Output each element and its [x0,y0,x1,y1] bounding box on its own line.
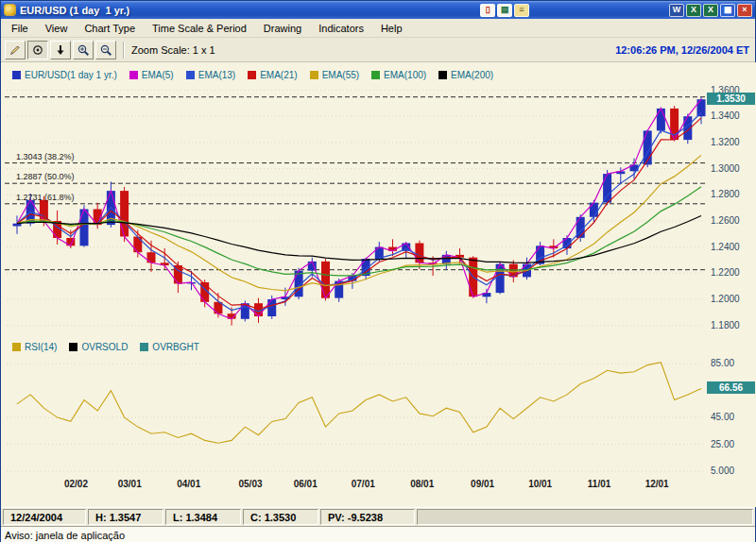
menu-item-indicators[interactable]: Indicators [310,20,372,37]
toolbar-separator [123,42,125,59]
warning-text: Aviso: janela de aplicação [5,530,125,541]
x-axis-tick: 10/01 [520,479,561,489]
titlebar[interactable]: EUR/USD (1 day 1 yr.) ▯▤≡ WXX▦× [1,1,755,19]
x-axis-tick: 03/01 [109,479,150,489]
chart-window-icon[interactable]: ▦ [720,4,735,17]
price-axis-tick: 1.2600 [711,215,740,226]
word-export-icon[interactable]: W [669,4,684,17]
x-axis-tick: 07/01 [342,479,384,489]
legend-swatch [310,71,318,79]
legend-label: EMA(13) [198,70,235,80]
price-legend-item-ema-55: EMA(55) [310,70,359,80]
zoom-out-button[interactable] [95,41,116,59]
rsi-axis-tick: 85.00 [711,358,734,368]
ema-21-line [17,118,701,310]
excel-export-2-icon[interactable]: X [703,4,718,17]
rsi-line [17,363,701,444]
price-legend-item-ema-200: EMA(200) [438,70,493,80]
arrow-tool-button[interactable] [50,41,71,59]
candle-body [496,264,505,294]
titlebar-chart-icons: ▯▤≡ [480,4,529,17]
menu-item-drawing[interactable]: Drawing [255,20,310,37]
down-arrow-icon [54,43,67,57]
app-icon [4,4,16,16]
rsi-legend-item-rsi-14: RSI(14) [12,342,57,352]
menu-item-view[interactable]: View [37,20,77,37]
price-axis-tick: 1.2400 [711,242,740,252]
x-axis-tick: 09/01 [462,479,504,489]
menu-item-help[interactable]: Help [372,20,411,37]
zoom-out-icon [99,43,112,57]
x-axis-tick: 11/01 [578,479,620,489]
candle-body [697,99,706,116]
price-legend: EUR/USD(1 day 1 yr.)EMA(5)EMA(13)EMA(21)… [12,70,493,80]
legend-swatch [12,71,21,79]
legend-swatch [371,71,380,79]
candle-body [120,191,129,236]
draw-line-tool-button[interactable] [5,41,26,59]
zoom-scale-label: Zoom Scale: 1 x 1 [131,44,215,56]
status-low: L: 1.3484 [165,509,241,525]
horizontal-scrollbar[interactable] [417,509,753,525]
price-axis-tick: 1.1800 [711,320,740,330]
rsi-axis-tick: 45.00 [711,412,734,422]
candle-body [415,244,423,263]
price-and-rsi-plot [1,62,756,507]
price-axis-tick: 1.3400 [711,110,740,121]
status-date: 12/24/2004 [3,509,86,525]
pencil-icon [9,43,22,57]
legend-swatch [69,343,77,351]
menubar: FileViewChart TypeTime Scale & PeriodDra… [1,19,755,38]
x-axis-tick: 12/01 [636,479,678,489]
legend-label: EMA(200) [451,70,493,80]
price-axis-tick: 1.2800 [711,189,740,199]
x-axis-tick: 02/02 [55,479,96,489]
fib-level-label: 1.2731 (61.8%) [16,193,75,202]
excel-export-icon[interactable]: X [686,4,701,17]
price-legend-item-ema-21: EMA(21) [248,70,297,80]
price-axis-tick: 1.2200 [711,267,740,278]
ema-100-line [17,187,701,276]
menu-item-time-scale-period[interactable]: Time Scale & Period [144,20,255,37]
legend-label: EUR/USD(1 day 1 yr.) [25,70,117,80]
price-legend-item-ema-100: EMA(100) [371,70,426,80]
candle-body [13,224,22,227]
candlestick-chart-icon[interactable]: ▯ [480,4,495,17]
close-button[interactable]: × [737,4,752,17]
toolbar: Zoom Scale: 1 x 1 12:06:26 PM, 12/26/200… [1,38,755,62]
legend-label: OVRSOLD [81,342,128,352]
status-pivot: PV: -9.5238 [320,509,415,525]
price-axis-tick: 1.3200 [711,137,740,147]
current-rsi-box: 66.56 [707,381,755,394]
window-title: EUR/USD (1 day 1 yr.) [20,5,129,16]
legend-label: EMA(5) [142,70,174,80]
candle-body [321,262,330,298]
candle-body [603,174,611,203]
legend-swatch [129,71,138,79]
legend-swatch [140,343,148,351]
rsi-legend-item-ovrbght: OVRBGHT [140,342,198,352]
notes-icon[interactable]: ≡ [514,4,529,17]
timestamp-label: 12:06:26 PM, 12/26/2004 ET [615,44,749,56]
pointer-tool-button[interactable] [27,41,48,59]
legend-swatch [438,71,447,79]
crosshair-icon [31,43,44,57]
legend-label: RSI(14) [25,342,57,352]
bar-chart-icon[interactable]: ▤ [497,4,512,17]
status-close: C: 1.3530 [243,509,318,525]
price-axis-tick: 1.2000 [711,294,740,304]
chart-area[interactable]: EUR/USD(1 day 1 yr.)EMA(5)EMA(13)EMA(21)… [1,62,756,507]
price-legend-item-ema-5: EMA(5) [129,70,174,80]
candle-body [147,252,156,263]
price-legend-item-eur-usd-1-day-1-yr: EUR/USD(1 day 1 yr.) [12,70,117,80]
legend-label: EMA(100) [384,70,426,80]
menu-item-file[interactable]: File [3,20,37,37]
statusbar: 12/24/2004 H: 1.3547 L: 1.3484 C: 1.3530… [1,507,755,526]
legend-label: EMA(55) [322,70,359,80]
legend-swatch [12,343,21,351]
price-legend-item-ema-13: EMA(13) [186,70,235,80]
zoom-in-button[interactable] [73,41,94,59]
candle-body [80,210,89,246]
applet-warning-bar: Aviso: janela de aplicação [1,526,755,542]
menu-item-chart-type[interactable]: Chart Type [76,20,144,37]
